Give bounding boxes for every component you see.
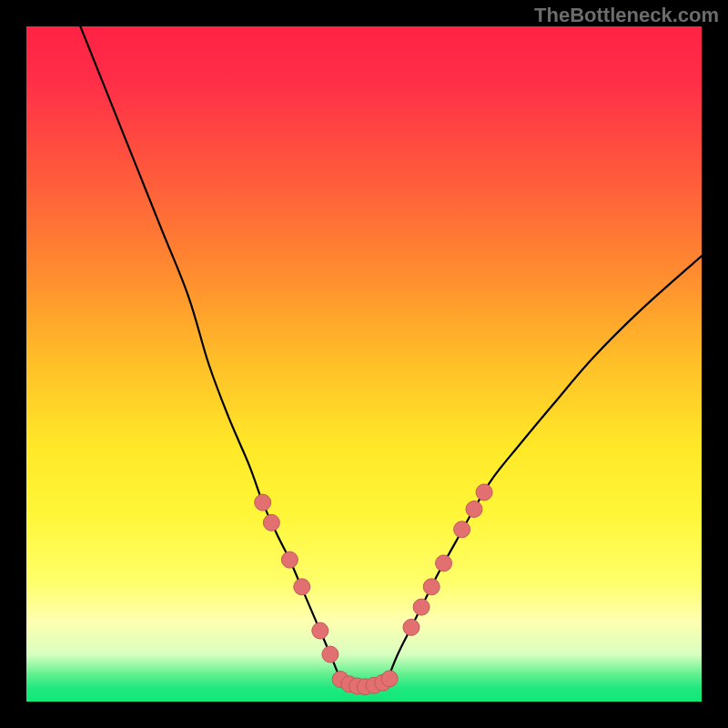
data-marker <box>294 579 310 595</box>
data-marker <box>454 521 470 538</box>
chart-svg <box>26 26 702 702</box>
data-marker <box>413 599 430 615</box>
curve-group <box>80 26 702 687</box>
data-marker <box>312 622 329 639</box>
data-markers <box>255 484 492 695</box>
data-marker <box>281 551 298 568</box>
chart-container: TheBottleneck.com <box>0 0 728 728</box>
data-marker <box>255 494 271 511</box>
data-marker <box>466 501 482 518</box>
right-curve <box>388 256 702 679</box>
data-marker <box>263 514 279 531</box>
data-marker <box>423 579 440 595</box>
data-marker <box>436 555 452 571</box>
data-marker <box>476 484 492 500</box>
watermark-text: TheBottleneck.com <box>534 4 719 27</box>
data-marker <box>322 646 339 662</box>
data-marker <box>403 619 420 635</box>
data-marker <box>381 671 398 687</box>
